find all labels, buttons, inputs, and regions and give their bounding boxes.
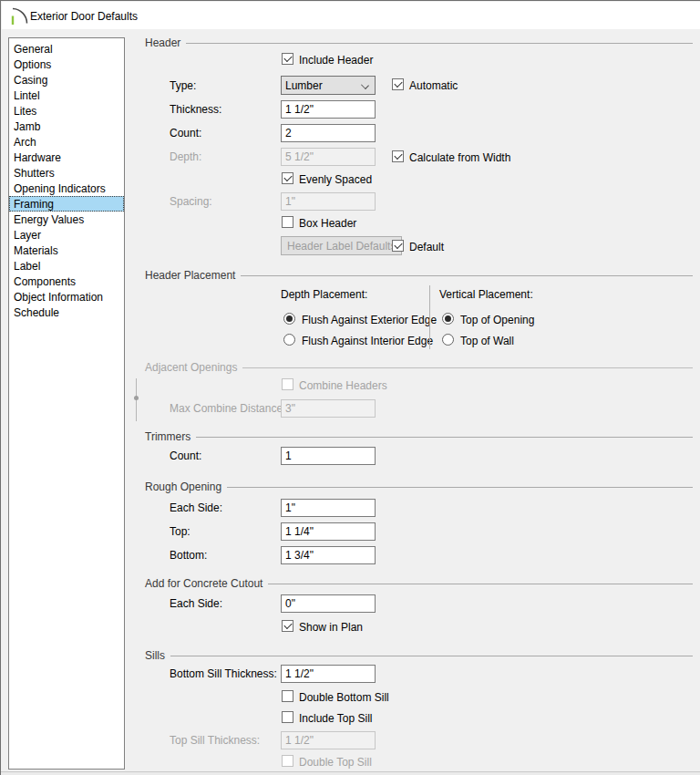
spacing-input: [281, 192, 376, 211]
sidebar-item-casing[interactable]: Casing: [9, 72, 124, 88]
box-header-checkbox[interactable]: [282, 216, 293, 228]
splitter-handle[interactable]: [136, 378, 137, 421]
sidebar-item-arch[interactable]: Arch: [9, 134, 124, 150]
sidebar-item-materials[interactable]: Materials: [9, 243, 124, 258]
bottom-sill-thickness-input[interactable]: [281, 665, 376, 683]
sidebar-item-energy-values[interactable]: Energy Values: [9, 212, 124, 227]
rough-each-side-label: Each Side:: [170, 501, 222, 514]
group-adjacent-openings-title: Adjacent Openings: [145, 361, 237, 374]
calculate-from-width-checkbox[interactable]: [392, 150, 404, 162]
exterior-door-defaults-dialog: Exterior Door Defaults GeneralOptionsCas…: [0, 0, 700, 775]
header-count-input[interactable]: [281, 124, 376, 142]
rough-top-label: Top:: [170, 525, 190, 538]
double-bottom-sill-label[interactable]: Double Bottom Sill: [299, 691, 389, 704]
depth-input: [281, 148, 376, 166]
sidebar-item-schedule[interactable]: Schedule: [9, 305, 124, 320]
sidebar-item-options[interactable]: Options: [9, 57, 124, 72]
trimmers-count-input[interactable]: [281, 447, 376, 465]
splitter-grip-icon: [134, 396, 139, 400]
max-combine-distance-input: [281, 399, 376, 418]
panel-list: GeneralOptionsCasingLintelLitesJambArchH…: [8, 37, 125, 770]
include-top-sill-label[interactable]: Include Top Sill: [299, 712, 373, 725]
rough-bottom-input[interactable]: [281, 546, 376, 564]
rough-bottom-label: Bottom:: [170, 549, 207, 562]
sidebar-item-lintel[interactable]: Lintel: [9, 88, 124, 103]
group-rough-opening: Rough Opening: [145, 480, 693, 493]
bottom-sill-thickness-label: Bottom Sill Thickness:: [170, 667, 277, 680]
sidebar-item-framing[interactable]: Framing: [9, 196, 124, 212]
flush-exterior-label[interactable]: Flush Against Exterior Edge: [302, 314, 437, 326]
rough-each-side-input[interactable]: [281, 499, 376, 517]
group-header-placement: Header Placement: [145, 269, 693, 282]
show-in-plan-checkbox[interactable]: [282, 620, 293, 632]
thickness-input[interactable]: [281, 100, 376, 119]
top-of-opening-label[interactable]: Top of Opening: [460, 314, 534, 326]
group-header-title: Header: [145, 36, 180, 49]
group-concrete-cutout-title: Add for Concrete Cutout: [145, 577, 262, 590]
sidebar-item-jamb[interactable]: Jamb: [9, 119, 124, 134]
group-sills: Sills: [145, 649, 693, 662]
dialog-titlebar: Exterior Door Defaults: [2, 2, 700, 29]
depth-placement-label: Depth Placement:: [281, 288, 367, 301]
default-label[interactable]: Default: [409, 241, 444, 253]
spacing-label: Spacing:: [170, 195, 212, 208]
group-trimmers-title: Trimmers: [145, 430, 190, 443]
sidebar-item-object-information[interactable]: Object Information: [9, 289, 124, 305]
chevron-down-icon: [361, 81, 369, 89]
dialog-bottom-edge: [1, 771, 700, 775]
sidebar-item-label[interactable]: Label: [9, 258, 124, 274]
automatic-checkbox[interactable]: [392, 78, 404, 90]
double-top-sill-checkbox: [282, 755, 293, 767]
flush-interior-label[interactable]: Flush Against Interior Edge: [302, 335, 433, 347]
automatic-label[interactable]: Automatic: [409, 79, 458, 92]
trimmers-count-label: Count:: [170, 450, 201, 462]
sidebar-item-opening-indicators[interactable]: Opening Indicators: [9, 181, 124, 196]
sidebar-item-hardware[interactable]: Hardware: [9, 150, 124, 165]
group-header: Header: [145, 36, 693, 49]
flush-exterior-radio[interactable]: [283, 313, 295, 325]
type-dropdown-value: Lumber: [285, 79, 323, 92]
sidebar-item-lites[interactable]: Lites: [9, 103, 124, 119]
top-of-wall-radio[interactable]: [442, 334, 454, 346]
calculate-from-width-label[interactable]: Calculate from Width: [409, 151, 510, 164]
group-rough-opening-title: Rough Opening: [145, 480, 221, 493]
dialog-title: Exterior Door Defaults: [30, 10, 138, 23]
sidebar-item-general[interactable]: General: [9, 41, 124, 57]
show-in-plan-label[interactable]: Show in Plan: [299, 621, 363, 634]
sidebar-item-layer[interactable]: Layer: [9, 227, 124, 243]
sidebar-item-components[interactable]: Components: [9, 274, 124, 289]
top-of-wall-label[interactable]: Top of Wall: [460, 335, 514, 347]
evenly-spaced-checkbox[interactable]: [282, 172, 293, 184]
rough-top-input[interactable]: [281, 522, 376, 541]
include-top-sill-checkbox[interactable]: [282, 711, 293, 723]
group-concrete-cutout: Add for Concrete Cutout: [145, 577, 693, 590]
header-count-label: Count:: [170, 127, 201, 140]
combine-headers-label: Combine Headers: [299, 379, 387, 392]
cutout-each-side-label: Each Side:: [170, 597, 222, 610]
header-label-defaults-button[interactable]: Header Label Defaults: [281, 236, 402, 255]
type-dropdown[interactable]: Lumber: [281, 76, 376, 95]
door-swing-icon: [9, 6, 28, 28]
top-sill-thickness-label: Top Sill Thickness:: [170, 734, 260, 747]
max-combine-distance-label: Max Combine Distance:: [170, 402, 285, 415]
default-checkbox[interactable]: [392, 240, 404, 252]
include-header-checkbox[interactable]: [282, 53, 293, 65]
thickness-label: Thickness:: [170, 103, 221, 116]
double-top-sill-label: Double Top Sill: [299, 756, 372, 769]
cutout-each-side-input[interactable]: [281, 594, 376, 613]
top-sill-thickness-input: [281, 731, 376, 749]
top-of-opening-radio[interactable]: [442, 313, 454, 325]
depth-label: Depth:: [170, 150, 201, 163]
group-trimmers: Trimmers: [145, 430, 693, 443]
vertical-placement-label: Vertical Placement:: [439, 288, 533, 301]
include-header-label[interactable]: Include Header: [299, 54, 373, 67]
type-label: Type:: [170, 79, 196, 92]
sidebar-item-shutters[interactable]: Shutters: [9, 165, 124, 181]
flush-interior-radio[interactable]: [283, 334, 295, 346]
double-bottom-sill-checkbox[interactable]: [282, 690, 293, 702]
evenly-spaced-label[interactable]: Evenly Spaced: [299, 173, 372, 186]
group-sills-title: Sills: [145, 649, 165, 662]
box-header-label[interactable]: Box Header: [299, 217, 356, 230]
group-adjacent-openings: Adjacent Openings: [145, 361, 693, 374]
placement-divider: [429, 285, 430, 349]
